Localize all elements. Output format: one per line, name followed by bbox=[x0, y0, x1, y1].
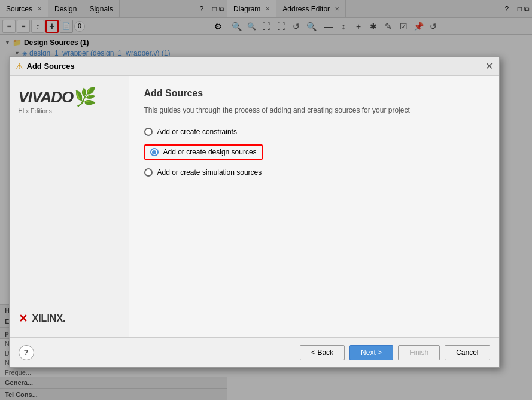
modal-overlay: ⚠ Add Sources ✕ VIVADO 🌿 HLx Editions ✕ … bbox=[0, 0, 532, 400]
radio-group: Add or create constraints Add or create … bbox=[144, 128, 484, 177]
option-constraints-label: Add or create constraints bbox=[157, 128, 237, 136]
option-simulation-label: Add or create simulation sources bbox=[157, 168, 262, 177]
modal-left-branding: VIVADO 🌿 HLx Editions ✕ XILINX. bbox=[10, 76, 129, 337]
modal-body: VIVADO 🌿 HLx Editions ✕ XILINX. Add Sour… bbox=[10, 76, 499, 337]
modal-title-bar: ⚠ Add Sources ✕ bbox=[10, 57, 499, 76]
design-sources-highlight-box: Add or create design sources bbox=[144, 144, 263, 160]
option-simulation[interactable]: Add or create simulation sources bbox=[144, 168, 484, 177]
help-button[interactable]: ? bbox=[19, 345, 34, 360]
vivado-text: VIVADO bbox=[19, 88, 74, 107]
modal-footer: ? < Back Next > Finish Cancel bbox=[10, 337, 499, 367]
add-sources-modal: ⚠ Add Sources ✕ VIVADO 🌿 HLx Editions ✕ … bbox=[9, 56, 500, 368]
vivado-logo: VIVADO 🌿 HLx Editions bbox=[19, 88, 97, 114]
modal-title-icon: ⚠ bbox=[16, 62, 23, 71]
option-constraints[interactable]: Add or create constraints bbox=[144, 128, 484, 136]
option-design-sources[interactable]: Add or create design sources bbox=[144, 144, 484, 160]
cancel-button[interactable]: Cancel bbox=[445, 345, 490, 360]
xilinx-logo: ✕ XILINX. bbox=[19, 312, 66, 325]
radio-design-btn[interactable] bbox=[150, 148, 159, 156]
radio-simulation-btn[interactable] bbox=[144, 168, 153, 177]
xilinx-x-icon: ✕ bbox=[19, 312, 28, 325]
modal-close-button[interactable]: ✕ bbox=[485, 60, 493, 72]
modal-description: This guides you through the process of a… bbox=[144, 105, 484, 116]
radio-constraints-btn[interactable] bbox=[144, 128, 153, 136]
modal-title-text: Add Sources bbox=[27, 62, 485, 71]
modal-section-title: Add Sources bbox=[144, 88, 484, 99]
next-button[interactable]: Next > bbox=[349, 345, 393, 360]
vivado-subtitle: HLx Editions bbox=[19, 108, 52, 114]
modal-right-content: Add Sources This guides you through the … bbox=[129, 76, 499, 337]
xilinx-text: XILINX. bbox=[32, 313, 66, 324]
vivado-leaf-icon: 🌿 bbox=[74, 88, 96, 106]
finish-button[interactable]: Finish bbox=[398, 345, 440, 360]
back-button[interactable]: < Back bbox=[300, 345, 345, 360]
option-design-label: Add or create design sources bbox=[163, 148, 257, 156]
